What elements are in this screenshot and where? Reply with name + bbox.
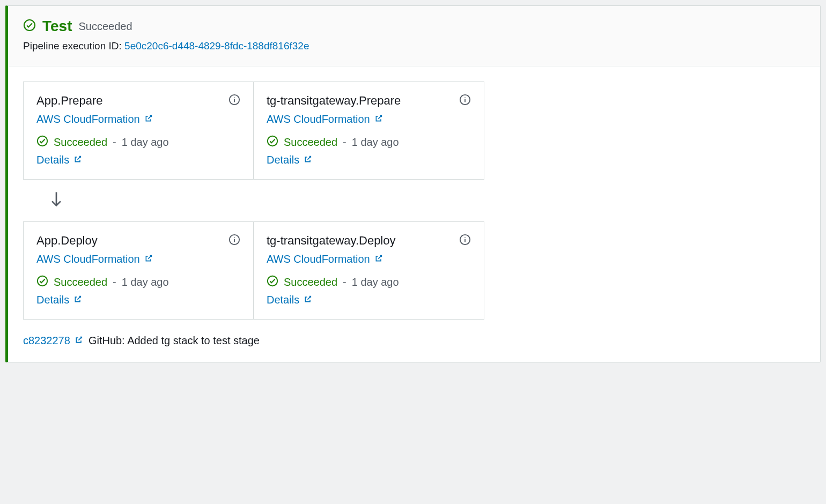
action-card-app-prepare: App.Prepare AWS CloudFormation — [23, 81, 254, 180]
action-card-tg-prepare: tg-transitgateway.Prepare AWS CloudForma… — [254, 81, 484, 180]
external-link-icon — [73, 294, 82, 306]
action-row: App.Prepare AWS CloudFormation — [23, 81, 805, 180]
details-label: Details — [267, 154, 299, 166]
status-row: Succeeded - 1 day ago — [36, 135, 240, 150]
provider-link[interactable]: AWS CloudFormation — [36, 253, 153, 265]
source-revision-row: c8232278 GitHub: Added tg stack to test … — [23, 335, 805, 347]
details-label: Details — [267, 294, 299, 306]
execution-id-row: Pipeline execution ID: 5e0c20c6-d448-482… — [23, 40, 805, 52]
status-row: Succeeded - 1 day ago — [36, 275, 240, 290]
status-time: 1 day ago — [352, 136, 399, 149]
provider-label: AWS CloudFormation — [267, 113, 370, 125]
info-icon[interactable] — [228, 94, 240, 108]
provider-label: AWS CloudFormation — [36, 113, 140, 125]
success-icon — [267, 275, 278, 290]
external-link-icon — [144, 253, 153, 265]
stage-body: App.Prepare AWS CloudFormation — [8, 66, 820, 362]
svg-point-8 — [234, 237, 235, 238]
commit-link[interactable]: c8232278 — [23, 335, 83, 347]
execution-id-link[interactable]: 5e0c20c6-d448-4829-8fdc-188df816f32e — [124, 40, 309, 51]
details-link[interactable]: Details — [267, 154, 312, 166]
external-link-icon — [75, 335, 83, 347]
status-text: Succeeded — [54, 136, 107, 149]
status-sep: - — [343, 136, 346, 149]
stage-header: Test Succeeded Pipeline execution ID: 5e… — [8, 6, 820, 66]
details-label: Details — [36, 154, 69, 166]
action-card-tg-deploy: tg-transitgateway.Deploy AWS CloudFormat… — [254, 221, 484, 320]
action-title: App.Prepare — [36, 94, 103, 108]
stage-panel: Test Succeeded Pipeline execution ID: 5e… — [5, 5, 821, 362]
external-link-icon — [304, 294, 312, 306]
svg-point-11 — [464, 237, 466, 238]
details-link[interactable]: Details — [36, 154, 82, 166]
status-time: 1 day ago — [352, 276, 399, 288]
status-text: Succeeded — [54, 276, 107, 288]
success-icon — [23, 19, 36, 34]
info-icon[interactable] — [459, 234, 471, 248]
provider-link[interactable]: AWS CloudFormation — [36, 113, 153, 125]
success-icon — [267, 135, 278, 150]
stage-title-row: Test Succeeded — [23, 18, 805, 35]
provider-link[interactable]: AWS CloudFormation — [267, 113, 383, 125]
action-row: App.Deploy AWS CloudFormation — [23, 221, 805, 320]
stage-status: Succeeded — [79, 20, 132, 33]
action-title: tg-transitgateway.Deploy — [267, 234, 396, 248]
status-row: Succeeded - 1 day ago — [267, 135, 471, 150]
details-label: Details — [36, 294, 69, 306]
external-link-icon — [144, 113, 153, 125]
action-title: App.Deploy — [36, 234, 98, 248]
status-row: Succeeded - 1 day ago — [267, 275, 471, 290]
svg-point-2 — [234, 97, 235, 98]
provider-label: AWS CloudFormation — [36, 253, 140, 265]
arrow-down-icon — [23, 180, 805, 221]
provider-link[interactable]: AWS CloudFormation — [267, 253, 383, 265]
status-text: Succeeded — [284, 276, 337, 288]
stage-name: Test — [42, 18, 72, 35]
details-link[interactable]: Details — [267, 294, 312, 306]
action-title: tg-transitgateway.Prepare — [267, 94, 401, 108]
success-icon — [36, 135, 48, 150]
info-icon[interactable] — [228, 234, 240, 248]
details-link[interactable]: Details — [36, 294, 82, 306]
status-text: Succeeded — [284, 136, 337, 149]
status-sep: - — [343, 276, 346, 288]
commit-message: GitHub: Added tg stack to test stage — [88, 335, 260, 347]
svg-point-5 — [464, 97, 466, 98]
provider-label: AWS CloudFormation — [267, 253, 370, 265]
action-card-app-deploy: App.Deploy AWS CloudFormation — [23, 221, 254, 320]
external-link-icon — [374, 253, 383, 265]
success-icon — [36, 275, 48, 290]
status-time: 1 day ago — [122, 276, 169, 288]
info-icon[interactable] — [459, 94, 471, 108]
external-link-icon — [73, 154, 82, 166]
commit-hash: c8232278 — [23, 335, 70, 347]
execution-id-label: Pipeline execution ID: — [23, 40, 122, 51]
status-sep: - — [113, 136, 116, 149]
status-time: 1 day ago — [122, 136, 169, 149]
status-sep: - — [113, 276, 116, 288]
external-link-icon — [374, 113, 383, 125]
external-link-icon — [304, 154, 312, 166]
